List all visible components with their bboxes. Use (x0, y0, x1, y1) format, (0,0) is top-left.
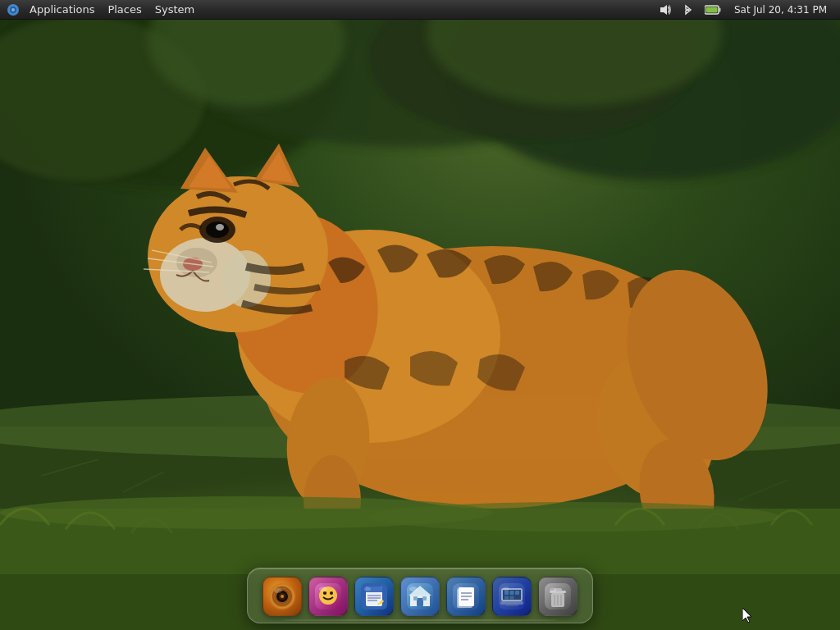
svg-point-43 (11, 8, 15, 11)
applications-menu[interactable]: Applications (23, 0, 101, 20)
svg-rect-75 (413, 596, 418, 600)
svg-rect-91 (515, 591, 519, 595)
dock (247, 568, 593, 623)
svg-point-85 (457, 587, 463, 591)
svg-point-27 (216, 224, 224, 231)
places-menu[interactable]: Places (101, 0, 148, 20)
svg-rect-90 (510, 591, 514, 595)
wallpaper (0, 0, 840, 630)
system-menu[interactable]: System (148, 0, 201, 20)
svg-point-77 (409, 587, 418, 591)
svg-rect-93 (510, 596, 514, 600)
panel-logo[interactable] (3, 0, 23, 20)
dock-item-chat[interactable] (307, 575, 349, 618)
bluetooth-applet[interactable] (678, 0, 698, 20)
speaker-icon (262, 577, 302, 616)
svg-rect-95 (505, 605, 518, 606)
notes-icon (446, 577, 486, 616)
dock-item-speaker[interactable] (261, 575, 304, 618)
volume-icon (659, 3, 672, 16)
dock-item-home[interactable] (399, 575, 441, 618)
dock-item-trash[interactable] (536, 575, 579, 618)
svg-rect-46 (719, 7, 720, 11)
bluetooth-icon (682, 3, 695, 16)
home-folder-icon (400, 577, 440, 616)
svg-rect-89 (504, 591, 509, 595)
svg-marker-44 (660, 5, 667, 15)
svg-line-60 (323, 593, 326, 594)
svg-point-104 (550, 588, 556, 592)
svg-line-69 (378, 603, 379, 605)
gnome-logo-icon (7, 3, 20, 16)
svg-point-70 (364, 587, 371, 591)
svg-point-61 (319, 587, 327, 591)
svg-point-59 (330, 591, 333, 595)
writer-icon (354, 577, 394, 616)
datetime-applet[interactable]: Sat Jul 20, 4:31 PM (728, 0, 833, 20)
netbook-icon (492, 577, 532, 616)
svg-point-96 (503, 587, 509, 591)
panel-right: Sat Jul 20, 4:31 PM (655, 0, 840, 20)
chat-icon (308, 577, 348, 616)
top-panel: Applications Places System (0, 0, 840, 20)
volume-applet[interactable] (655, 0, 675, 20)
svg-point-55 (274, 588, 282, 593)
dock-item-notes[interactable] (445, 575, 487, 618)
svg-point-39 (369, 502, 779, 532)
svg-rect-92 (504, 596, 509, 600)
power-applet[interactable] (701, 0, 724, 20)
battery-icon (705, 4, 721, 16)
dock-item-netbook[interactable] (491, 575, 533, 618)
svg-rect-94 (500, 601, 523, 605)
dock-item-writer[interactable] (353, 575, 395, 618)
svg-rect-74 (417, 598, 423, 606)
svg-rect-76 (422, 596, 427, 600)
svg-point-52 (281, 595, 284, 598)
svg-point-23 (221, 250, 271, 308)
trash-icon (538, 577, 578, 616)
panel-left: Applications Places System (0, 0, 655, 20)
svg-rect-47 (705, 7, 717, 12)
desktop: Applications Places System (0, 0, 840, 630)
